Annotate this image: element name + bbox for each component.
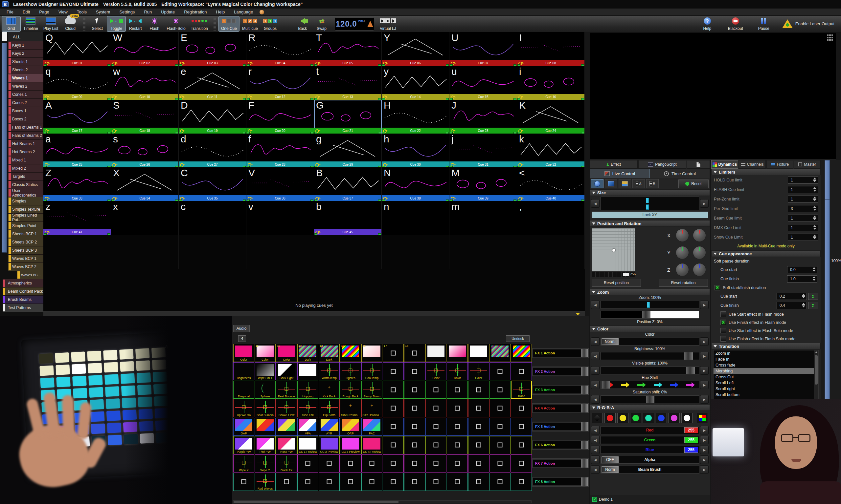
cue-cell-i[interactable]: iCue 16: [517, 66, 585, 100]
selection-handle[interactable]: [175, 98, 178, 100]
fx-cell[interactable]: [319, 473, 340, 491]
fx-cell[interactable]: 15: [340, 344, 361, 362]
flash-solo-mode-button[interactable]: SFlash-Solo: [164, 16, 188, 32]
rotation-y-knob-2[interactable]: [693, 246, 706, 259]
fx-cell[interactable]: [447, 418, 468, 436]
checkbox[interactable]: X: [720, 328, 726, 334]
selection-handle[interactable]: [513, 64, 516, 66]
cue-label-bar[interactable]: Cue 30: [382, 161, 449, 167]
fx-cell-cc-2-preview[interactable]: CC 2 Preview: [319, 436, 340, 454]
saturation-slider[interactable]: ◀▶: [590, 394, 710, 404]
position-z-handle[interactable]: [642, 311, 650, 318]
value-spinner[interactable]: 1: [788, 234, 818, 241]
hue-shift-handle[interactable]: [601, 381, 610, 389]
fx-cell[interactable]: [468, 344, 489, 362]
audio-tab[interactable]: Audio: [233, 325, 250, 332]
selection-handle[interactable]: [446, 199, 449, 201]
fx-cell-purple-w[interactable]: Purple +W: [233, 436, 254, 454]
value-spinner[interactable]: 1: [788, 224, 818, 231]
cue-label-bar[interactable]: Cue 35: [179, 195, 246, 201]
sidebar-item-brush-beams[interactable]: Brush Beams: [3, 295, 44, 304]
fx-cell[interactable]: [511, 454, 532, 472]
grid-view-button[interactable]: Grid: [2, 16, 20, 32]
undock-button[interactable]: Undock: [506, 335, 530, 342]
back-button[interactable]: Back: [293, 16, 312, 32]
menu-help[interactable]: Help: [212, 9, 229, 15]
flash-option-row[interactable]: XUse Finish effect in Flash Solo mode: [711, 335, 821, 343]
fx-cell[interactable]: [425, 454, 446, 472]
sidebar-item-targets[interactable]: Targets: [8, 173, 44, 181]
sidebar-item-boxes-1[interactable]: Boxes 1: [8, 107, 44, 115]
playlist-view-button[interactable]: Play List: [41, 16, 61, 32]
fx-cell-color[interactable]: Color: [468, 362, 489, 380]
sidebar-item-boxes-2[interactable]: Boxes 2: [8, 115, 44, 123]
fx-cell[interactable]: [468, 418, 489, 436]
sidebar-item-atmospherics[interactable]: Atmospherics: [3, 279, 44, 287]
menu-page[interactable]: Page: [35, 9, 53, 15]
transition-option-cross-cut[interactable]: Cross Cut: [714, 374, 818, 380]
cue-label-bar[interactable]: Cue 20: [246, 128, 314, 133]
cue-cell-A[interactable]: ACue 17: [44, 100, 111, 133]
cue-label-bar[interactable]: Cue 13: [314, 94, 381, 100]
cue-label-bar[interactable]: Cue 17: [44, 128, 111, 133]
fx-cell[interactable]: [490, 344, 511, 362]
cue-cell-B[interactable]: BCue 37: [314, 167, 382, 201]
vertical-scrollbar[interactable]: [825, 160, 830, 400]
cue-cell-Z[interactable]: ZCue 33: [44, 167, 111, 201]
selection-handle[interactable]: [581, 98, 584, 100]
cue-cell-E[interactable]: ECue 03: [179, 32, 246, 66]
cue-cell-W[interactable]: WCue 02: [111, 32, 179, 66]
flash-option-row[interactable]: XUse Start effect in Flash Solo mode: [711, 326, 821, 335]
fx-cell-vpa[interactable]: VPA: [297, 418, 318, 436]
fx-5-action-slider[interactable]: FX 5 Action: [532, 421, 589, 431]
fx-cell-sphere[interactable]: Sphere: [255, 381, 276, 399]
cue-cell-z[interactable]: zCue 41: [44, 201, 111, 235]
fx-cell-up-we-go[interactable]: Up We Go: [233, 399, 254, 417]
cue-label-bar[interactable]: Cue 45: [314, 229, 381, 235]
fx-7-action-slider[interactable]: FX 7 Action: [532, 458, 589, 468]
cue-cell-w[interactable]: wCue 10: [111, 66, 179, 100]
palette-button[interactable]: [697, 413, 708, 423]
menu-language[interactable]: Language: [230, 9, 257, 15]
fx-cell-dark[interactable]: 13Dark: [297, 344, 318, 362]
selection-handle[interactable]: [107, 132, 110, 133]
fx-cell[interactable]: [447, 399, 468, 417]
pause-button[interactable]: Pause: [755, 16, 773, 32]
cue-label-bar[interactable]: Cue 04: [246, 60, 314, 66]
fx-cell-lighten[interactable]: Lighten: [340, 362, 361, 380]
cue-label-bar[interactable]: Cue 10: [111, 94, 178, 100]
fx-cell[interactable]: [404, 418, 425, 436]
tab-pangoscript[interactable]: >_PangoScript: [638, 160, 686, 169]
restart-mode-button[interactable]: ↔Restart: [126, 16, 144, 32]
value-spinner[interactable]: 1: [788, 215, 818, 222]
position-dot[interactable]: [612, 249, 615, 252]
cue-cell-k[interactable]: kCue 32: [517, 133, 585, 167]
multi-cue-button[interactable]: 123Multi cue: [240, 16, 260, 32]
fx-cell[interactable]: [490, 436, 511, 454]
flash-option-row[interactable]: XUse Finish effect in Flash mode: [711, 318, 821, 326]
fx-cell-oap[interactable]: OAP: [233, 418, 254, 436]
selection-handle[interactable]: [446, 64, 449, 66]
swatch-green[interactable]: [630, 413, 641, 423]
selection-handle[interactable]: [243, 132, 246, 133]
cue-label-bar[interactable]: Cue 28: [246, 161, 314, 167]
cue-label-bar[interactable]: Cue 26: [111, 161, 178, 167]
selection-handle[interactable]: [107, 166, 110, 167]
sidebar-item-beam-content-pack[interactable]: Beam Content Pack: [3, 287, 44, 295]
selection-handle[interactable]: [107, 64, 110, 66]
fx-cell[interactable]: [468, 454, 489, 472]
reset-position-button[interactable]: Reset position: [591, 279, 641, 287]
layers-mode-button[interactable]: [619, 179, 631, 188]
brightness-slider[interactable]: ◀▶: [590, 351, 710, 361]
fx-cell-diagonal[interactable]: Diagonal: [233, 381, 254, 399]
fx-cell-size-positio-[interactable]: Size+Positio...: [361, 399, 382, 417]
fx-3-action-slider[interactable]: FX 3 Action: [532, 385, 589, 395]
checkbox[interactable]: X: [720, 320, 726, 325]
fx-cell[interactable]: [404, 454, 425, 472]
fx-cell-color[interactable]: 12Color: [276, 344, 297, 362]
zoom-section-header[interactable]: Zoom: [590, 289, 710, 295]
fx-cell[interactable]: 17: [383, 344, 404, 362]
cue-label-bar[interactable]: Cue 37: [314, 195, 381, 201]
swap-button[interactable]: ⇄Swap: [312, 16, 331, 32]
fx-cell[interactable]: [425, 399, 446, 417]
